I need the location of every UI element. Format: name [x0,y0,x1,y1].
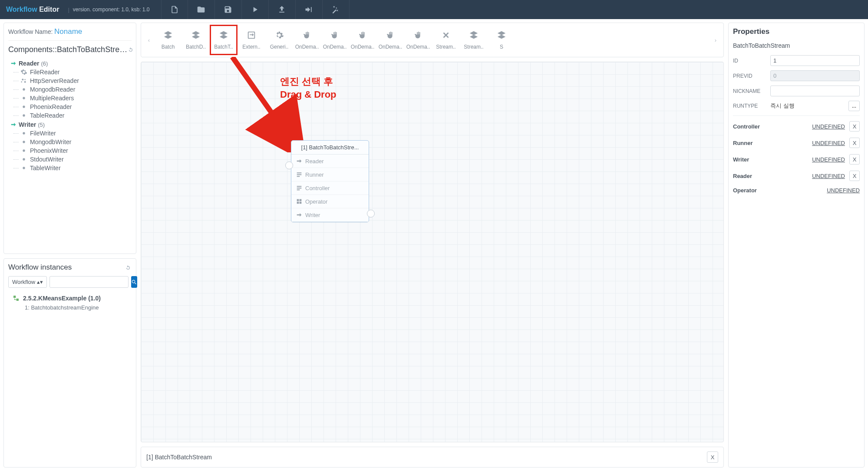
prop-previd-label: PREVID [733,73,767,79]
svg-rect-11 [297,199,299,201]
prop-reader-link[interactable]: UNDEFINED [812,173,845,179]
components-heading: Components::BatchToBatchStre… [8,45,127,54]
instance-node[interactable]: 2.5.2.KMeansExample (1.0) [13,295,132,302]
node-slot-controller[interactable]: Controller [291,181,369,195]
prop-reader-remove-button[interactable]: X [849,171,860,181]
svg-rect-2 [13,296,16,298]
tree-item[interactable]: HttpServerReader [20,77,132,84]
prop-controller-link[interactable]: UNDEFINED [812,123,845,130]
engine-item-stream[interactable]: Stream.. [460,25,488,55]
instance-sub[interactable]: 1: BatchtobatchstreamEngine [25,304,132,311]
engine-item-ondema[interactable]: OnDema.. [376,25,404,55]
node-output-port[interactable] [367,210,375,217]
node-slot-writer[interactable]: Writer [291,208,369,222]
svg-rect-8 [297,186,302,187]
prop-section-reader: Reader [733,173,752,179]
tree-item[interactable]: StdoutWriter [20,156,132,163]
instances-search-button[interactable] [131,276,137,288]
version-label: version. component: 1.0, ksb: 1.0 [73,7,150,13]
node-slot-operator[interactable]: Operator [291,195,369,208]
prop-runtype-value: 즉시 실행 [770,102,845,110]
prop-controller-remove-button[interactable]: X [849,121,860,132]
run-button[interactable] [242,0,269,19]
save-button[interactable] [215,0,242,19]
new-file-button[interactable] [161,0,188,19]
tree-item[interactable]: MongodbWriter [20,138,132,145]
svg-point-1 [24,81,26,83]
tree-item[interactable]: PhoenixWriter [20,147,132,154]
tree-item[interactable]: TableWriter [20,165,132,171]
engine-scroll-right[interactable]: › [710,37,721,43]
tree-item[interactable]: TableReader [20,112,132,119]
app-title: Workflow Editor [6,6,59,13]
annotation-text: 엔진 선택 후 Drag & Drop [280,75,337,100]
prop-runner-remove-button[interactable]: X [849,138,860,148]
tree-item[interactable]: MultipleReaders [20,95,132,102]
engine-item-ondema[interactable]: OnDema.. [293,25,321,55]
prop-id-input[interactable] [770,55,860,66]
prop-operator-link[interactable]: UNDEFINED [827,187,860,194]
svg-rect-12 [300,199,302,201]
svg-rect-5 [297,172,302,173]
export-right-button[interactable] [296,0,323,19]
engine-item-batch[interactable]: Batch [154,25,182,55]
node-slot-runner[interactable]: Runner [291,168,369,181]
tree-group-writer[interactable]: Writer (5) [10,121,132,128]
prop-runtype-more-button[interactable]: ... [848,101,860,111]
prop-runner-link[interactable]: UNDEFINED [812,140,845,146]
svg-rect-7 [297,176,300,177]
prop-writer-remove-button[interactable]: X [849,154,860,165]
engine-item-stream[interactable]: Stream.. [432,25,460,55]
tree-item[interactable]: MongodbReader [20,86,132,93]
instances-heading: Workflow instances [8,263,72,272]
prop-nickname-input[interactable] [770,86,860,96]
engine-item-generi[interactable]: Generi.. [265,25,293,55]
tree-item[interactable]: FileWriter [20,130,132,137]
engine-scroll-left[interactable]: ‹ [144,37,154,43]
topbar: Workflow Editor | version. component: 1.… [0,0,868,19]
engine-item-extern[interactable]: Extern.. [238,25,265,55]
instances-search-input[interactable] [50,276,129,288]
prop-nickname-label: NICKNAME [733,88,767,94]
engine-item-batcht[interactable]: BatchT.. [210,25,238,55]
prop-previd-input [770,70,860,81]
node-title: [1] BatchToBatchStre... [291,141,369,155]
prop-section-writer: Writer [733,156,749,163]
svg-rect-6 [297,174,302,175]
magic-wand-button[interactable] [323,0,350,19]
properties-heading: Properties [733,27,860,36]
node-input-port[interactable] [285,161,293,169]
workflow-node[interactable]: [1] BatchToBatchStre... Reader Runner Co… [291,140,369,222]
engine-item-ondema[interactable]: OnDema.. [321,25,349,55]
open-folder-button[interactable] [188,0,215,19]
refresh-components-icon[interactable] [127,46,134,53]
engine-item-ondema[interactable]: OnDema.. [404,25,432,55]
breadcrumb-text: [1] BatchToBatchStream [146,454,212,461]
workflow-name-label: Workflow Name: [8,28,53,35]
prop-writer-link[interactable]: UNDEFINED [812,156,845,163]
properties-panel: Properties BatchToBatchStream ID PREVID … [728,23,865,468]
refresh-instances-icon[interactable] [125,263,132,272]
workflow-canvas[interactable]: 엔진 선택 후 Drag & Drop [1] BatchToBatchStre… [141,62,724,442]
tree-item[interactable]: FileReader [20,69,132,76]
instances-filter-select[interactable]: Workflow▴▾ [8,276,47,288]
components-tree: Reader (6) FileReader HttpServerReader M… [8,58,132,249]
svg-rect-14 [300,202,302,204]
properties-subtitle: BatchToBatchStream [733,42,860,49]
instances-panel: Workflow instances Workflow▴▾ 2.5.2.KMea… [3,258,136,468]
export-up-button[interactable] [269,0,296,19]
engine-toolbar: ‹ BatchBatchD..BatchT..Extern..Generi..O… [141,23,724,57]
engine-item-ondema[interactable]: OnDema.. [349,25,376,55]
prop-section-operator: Operator [733,187,757,194]
svg-rect-10 [297,189,300,190]
svg-rect-3 [17,299,19,301]
workflow-name-value[interactable]: Noname [54,27,82,36]
engine-item-batchd[interactable]: BatchD.. [182,25,210,55]
engine-item-s[interactable]: S [488,25,515,55]
svg-point-0 [22,79,23,80]
prop-id-label: ID [733,58,767,64]
tree-group-reader[interactable]: Reader (6) [10,60,132,67]
tree-item[interactable]: PhoenixReader [20,103,132,110]
breadcrumb-close-button[interactable]: X [707,451,718,463]
node-slot-reader[interactable]: Reader [291,155,369,168]
